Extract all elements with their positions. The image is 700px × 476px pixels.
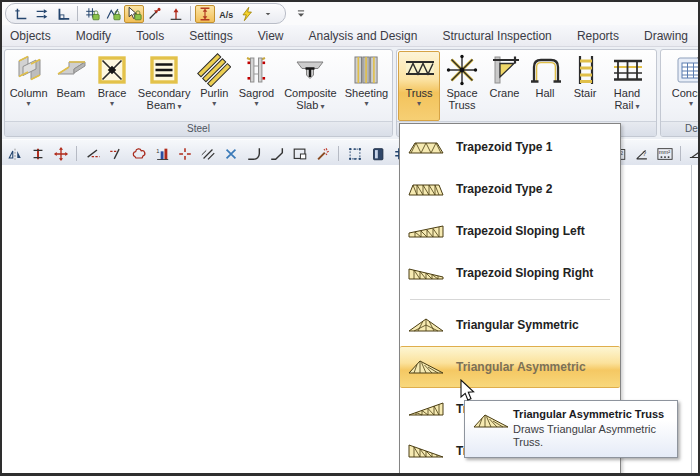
dropdown-arrow-icon: ▾ bbox=[110, 99, 114, 108]
object-snap-lock-icon[interactable] bbox=[103, 5, 123, 23]
tab-view[interactable]: View bbox=[252, 27, 290, 45]
application-window: A/s ObjectsModifyToolsSettingsViewAnalys… bbox=[0, 0, 700, 476]
endpoint-snap-icon[interactable] bbox=[145, 5, 165, 23]
ribbon-button-purlin[interactable]: Purlin▾ bbox=[195, 51, 234, 121]
panel-icon[interactable] bbox=[367, 144, 388, 164]
area-mm2-icon[interactable]: mm² bbox=[654, 144, 675, 164]
ribbon-button-label: Purlin bbox=[200, 87, 228, 99]
ribbon-button-label-wrap: Hall bbox=[536, 87, 555, 99]
angle-query-icon[interactable]: ? bbox=[631, 144, 652, 164]
menu-item-trapezoid-sloping-left[interactable]: Trapezoid Sloping Left bbox=[400, 210, 620, 252]
tab-settings[interactable]: Settings bbox=[183, 27, 238, 45]
menu-item-trapezoid-type-2[interactable]: Trapezoid Type 2 bbox=[400, 168, 620, 210]
ribbon-button-concret[interactable]: Concret▾ bbox=[662, 51, 700, 121]
ribbon-tab-bar: ObjectsModifyToolsSettingsViewAnalysis a… bbox=[2, 25, 698, 47]
dropdown-arrow-icon: ▾ bbox=[175, 102, 181, 111]
column-icon bbox=[12, 52, 46, 87]
steel-buttons: Column▾BeamBrace▾Secondary Beam ▾Purlin▾… bbox=[5, 50, 392, 121]
lightning-icon[interactable] bbox=[237, 5, 257, 23]
zoom-window-icon[interactable] bbox=[289, 144, 310, 164]
ribbon-button-label-wrap: Sheeting bbox=[345, 87, 388, 99]
erase-icon[interactable] bbox=[220, 144, 241, 164]
ribbon-button-label-wrap: Secondary Beam ▾ bbox=[134, 87, 195, 113]
ribbon-button-beam[interactable]: Beam bbox=[51, 51, 90, 121]
tab-structural-inspection[interactable]: Structural Inspection bbox=[436, 27, 557, 45]
ribbon-button-column[interactable]: Column▾ bbox=[6, 51, 51, 121]
ribbon-button-hall[interactable]: Hall bbox=[525, 51, 565, 121]
tooltip-title: Triangular Asymmetric Truss bbox=[513, 408, 669, 420]
ribbon-button-sagrod[interactable]: Sagrod▾ bbox=[234, 51, 279, 121]
extend-trim-icon[interactable] bbox=[105, 144, 126, 164]
dropdown-arrow-icon: ▾ bbox=[27, 99, 31, 108]
dimension-toggle-icon[interactable] bbox=[195, 5, 215, 23]
ribbon-button-hand-rail[interactable]: Hand Rail ▾ bbox=[605, 51, 649, 121]
ribbon-button-truss[interactable]: Truss▾ bbox=[398, 51, 440, 121]
triangular-asymmetric-truss-icon bbox=[473, 413, 509, 433]
trapezoid-type-2-icon bbox=[408, 181, 446, 197]
move-icon[interactable] bbox=[50, 144, 71, 164]
ortho-corner-icon[interactable] bbox=[53, 5, 73, 23]
purlin-icon bbox=[197, 52, 231, 87]
slope-icon[interactable] bbox=[686, 144, 700, 164]
dropdown-arrow-icon: ▾ bbox=[318, 102, 324, 111]
ribbon-button-label-wrap: Truss bbox=[405, 87, 432, 99]
customize-toolbar-icon[interactable] bbox=[292, 5, 310, 23]
ribbon-button-stair[interactable]: Stair bbox=[565, 51, 605, 121]
magic-wand-icon[interactable] bbox=[312, 144, 333, 164]
mirror-icon[interactable] bbox=[4, 144, 25, 164]
sagrod-icon bbox=[239, 52, 273, 87]
ribbon-button-label-wrap: Composite Slab ▾ bbox=[279, 87, 342, 113]
tab-objects[interactable]: Objects bbox=[4, 27, 57, 45]
section-mark-icon[interactable] bbox=[27, 144, 48, 164]
ribbon-button-secondary-beam[interactable]: Secondary Beam ▾ bbox=[134, 51, 195, 121]
secondary-beam-icon bbox=[147, 52, 181, 87]
beam-icon bbox=[54, 52, 88, 87]
concrete-buttons: Concret▾ bbox=[661, 50, 700, 121]
menu-item-trapezoid-sloping-right[interactable]: Trapezoid Sloping Right bbox=[400, 252, 620, 294]
snap-point-icon[interactable] bbox=[174, 144, 195, 164]
ribbon-button-sheeting[interactable]: Sheeting▾ bbox=[342, 51, 391, 121]
grid-snap-lock-icon[interactable] bbox=[82, 5, 102, 23]
ribbon-button-brace[interactable]: Brace▾ bbox=[90, 51, 133, 121]
menu-item-triangular-asymmetric[interactable]: Triangular Asymmetric bbox=[400, 346, 620, 388]
frame-buttons: Truss▾Space TrussCraneHallStairHand Rail… bbox=[397, 50, 656, 121]
pointer-snap-lock-icon[interactable] bbox=[124, 5, 144, 23]
tab-analysis-and-design[interactable]: Analysis and Design bbox=[303, 27, 424, 45]
steel-group-label: Steel bbox=[5, 121, 392, 136]
stair-icon bbox=[568, 52, 602, 87]
break-icon[interactable] bbox=[197, 144, 218, 164]
menu-item-triangular-symmetric[interactable]: Triangular Symmetric bbox=[400, 304, 620, 346]
ribbon-button-label: Sagrod bbox=[239, 87, 274, 99]
offset-arrows-icon[interactable] bbox=[32, 5, 52, 23]
ribbon-button-label-wrap: Crane bbox=[490, 87, 520, 99]
ribbon-button-crane[interactable]: Crane bbox=[484, 51, 525, 121]
selection-grid-icon[interactable] bbox=[344, 144, 365, 164]
space-truss-icon bbox=[445, 52, 479, 87]
tab-drawing[interactable]: Drawing bbox=[638, 27, 694, 45]
trim-icon[interactable] bbox=[82, 144, 103, 164]
chart-icon[interactable]: 1 bbox=[151, 144, 172, 164]
tab-reports[interactable]: Reports bbox=[571, 27, 625, 45]
as-toggle-icon[interactable]: A/s bbox=[216, 5, 236, 23]
chamfer-icon[interactable] bbox=[266, 144, 287, 164]
ribbon-button-composite-slab[interactable]: Composite Slab ▾ bbox=[279, 51, 342, 121]
dropdown-arrow-icon: ▾ bbox=[254, 99, 258, 108]
truss-icon bbox=[402, 52, 436, 87]
ribbon-button-label-wrap: Space Truss bbox=[440, 87, 484, 111]
tab-tools[interactable]: Tools bbox=[130, 27, 170, 45]
ribbon-button-label: Crane bbox=[490, 87, 520, 99]
ribbon-button-label: Secondary Beam bbox=[138, 87, 191, 111]
ribbon-group-steel: Column▾BeamBrace▾Secondary Beam ▾Purlin▾… bbox=[4, 49, 393, 137]
revision-cloud-icon[interactable] bbox=[128, 144, 149, 164]
svg-text:?: ? bbox=[642, 150, 646, 157]
corner-node-icon[interactable] bbox=[11, 5, 31, 23]
hall-icon bbox=[528, 52, 562, 87]
concrete-group-label: De bbox=[685, 122, 698, 136]
perpendicular-snap-icon[interactable] bbox=[166, 5, 186, 23]
ribbon-button-space-truss[interactable]: Space Truss bbox=[440, 51, 484, 121]
fillet-icon[interactable] bbox=[243, 144, 264, 164]
qat-dropdown-icon[interactable] bbox=[258, 5, 278, 23]
menu-item-trapezoid-type-1[interactable]: Trapezoid Type 1 bbox=[400, 126, 620, 168]
ribbon-button-label: Space Truss bbox=[446, 87, 477, 111]
tab-modify[interactable]: Modify bbox=[70, 27, 117, 45]
